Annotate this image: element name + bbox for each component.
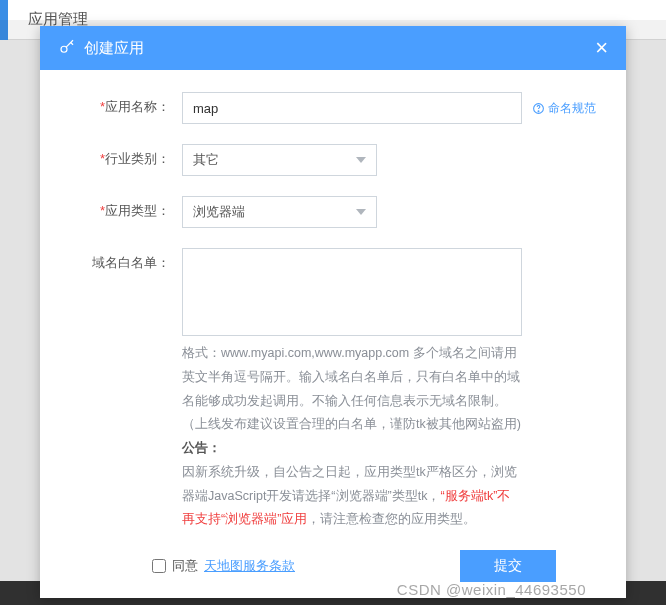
modal-header: 创建应用 ×: [40, 26, 626, 70]
label-whitelist: 域名白名单：: [70, 248, 170, 272]
agree-checkbox[interactable]: [152, 559, 166, 573]
row-whitelist: 域名白名单：: [70, 248, 596, 336]
terms-link[interactable]: 天地图服务条款: [204, 557, 295, 575]
row-app-type: *应用类型： 浏览器端: [70, 196, 596, 228]
app-type-value: 浏览器端: [193, 203, 245, 221]
label-app-name: *应用名称：: [70, 92, 170, 116]
modal-overlay: 创建应用 × *应用名称： 命名规范: [0, 20, 666, 605]
whitelist-textarea[interactable]: [182, 248, 522, 336]
chevron-down-icon: [356, 209, 366, 215]
industry-select[interactable]: 其它: [182, 144, 377, 176]
chevron-down-icon: [356, 157, 366, 163]
naming-guide-link[interactable]: 命名规范: [532, 100, 596, 117]
key-icon: [58, 38, 76, 59]
label-app-type: *应用类型：: [70, 196, 170, 220]
modal-title: 创建应用: [84, 39, 144, 58]
app-type-select[interactable]: 浏览器端: [182, 196, 377, 228]
agree-checkbox-wrap[interactable]: 同意天地图服务条款: [152, 557, 295, 575]
help-format: 格式：www.myapi.com,www.myapp.com 多个域名之间请用英…: [182, 342, 522, 437]
help-text: 格式：www.myapi.com,www.myapp.com 多个域名之间请用英…: [182, 342, 522, 532]
create-app-modal: 创建应用 × *应用名称： 命名规范: [40, 26, 626, 598]
agree-prefix: 同意: [172, 557, 198, 575]
notice-label: 公告：: [182, 437, 522, 461]
label-industry: *行业类别：: [70, 144, 170, 168]
submit-button[interactable]: 提交: [460, 550, 556, 582]
row-industry: *行业类别： 其它: [70, 144, 596, 176]
app-name-input[interactable]: [182, 92, 522, 124]
help-icon: [532, 102, 545, 115]
close-button[interactable]: ×: [595, 37, 608, 59]
svg-point-4: [538, 110, 539, 111]
svg-line-2: [71, 42, 73, 44]
industry-value: 其它: [193, 151, 219, 169]
modal-body: *应用名称： 命名规范 *行业类别：: [40, 70, 626, 550]
row-app-name: *应用名称： 命名规范: [70, 92, 596, 124]
notice-body: 因新系统升级，自公告之日起，应用类型tk严格区分，浏览器端JavaScript开…: [182, 461, 522, 532]
modal-footer: 同意天地图服务条款 提交: [122, 550, 586, 598]
